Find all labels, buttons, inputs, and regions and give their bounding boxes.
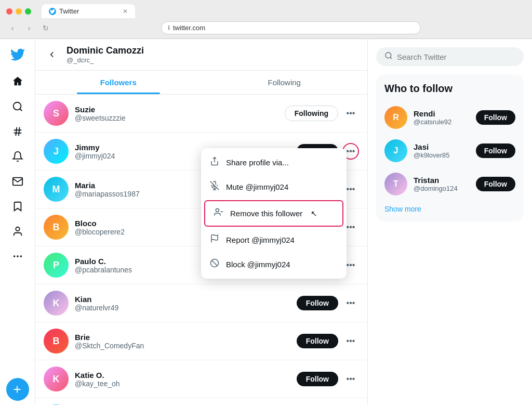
report-icon	[209, 234, 220, 246]
cursor-indicator: ↖	[311, 209, 317, 218]
avatar: S	[44, 101, 69, 126]
search-icon	[384, 51, 393, 62]
suggestion-item: J Jasi @k9lover85 Follow	[384, 134, 515, 167]
sidebar-item-compose[interactable]	[6, 378, 29, 401]
context-menu-item-block[interactable]: Block @jimmyj024	[201, 252, 347, 277]
follower-info: Kian @naturelvr49	[75, 295, 297, 312]
sidebar-item-home[interactable]	[6, 70, 29, 93]
follow-button[interactable]: Follow	[297, 296, 338, 310]
suggestion-name: Tristan	[414, 176, 470, 185]
mute-icon	[209, 181, 220, 193]
follower-info: Brie @Sktch_ComedyFan	[75, 333, 297, 350]
sidebar-item-messages[interactable]	[6, 170, 29, 193]
back-button[interactable]	[44, 46, 60, 63]
follower-handle: @kay_tee_oh	[75, 380, 297, 388]
profile-name: Dominic Camozzi	[66, 45, 144, 56]
more-options-button[interactable]: •••	[342, 371, 359, 387]
context-menu-item-share[interactable]: Share profile via...	[201, 150, 347, 175]
avatar: B	[44, 329, 69, 354]
svg-line-17	[212, 260, 218, 266]
avatar: K	[44, 367, 69, 391]
browser-tab[interactable]: Twitter ✕	[42, 4, 135, 18]
avatar: J	[44, 139, 69, 164]
who-to-follow-panel: Who to follow R Rendi @catsrule92 Follow…	[376, 74, 524, 221]
twitter-logo[interactable]	[6, 43, 29, 66]
avatar: M	[44, 177, 69, 202]
tabs: Followers Following	[35, 71, 367, 95]
more-options-button[interactable]: •••	[342, 105, 359, 122]
follower-actions: Follow •••	[297, 333, 359, 349]
svg-point-13	[216, 208, 219, 212]
suggestion-avatar: R	[384, 106, 407, 129]
mute-label: Mute @jimmyj024	[226, 182, 288, 191]
sidebar-item-explore[interactable]	[6, 95, 29, 118]
url-text: twitter.com	[173, 24, 205, 32]
tab-title: Twitter	[59, 7, 119, 15]
svg-point-5	[16, 227, 19, 231]
suggestion-item: T Tristan @domingo124 Follow	[384, 167, 515, 201]
following-button[interactable]: Following	[285, 106, 338, 121]
sidebar-item-profile[interactable]	[6, 220, 29, 243]
context-menu-item-report[interactable]: Report @jimmyj024	[201, 228, 347, 252]
url-bar[interactable]: ℹ twitter.com	[161, 21, 421, 34]
more-options-button[interactable]: •••	[342, 333, 359, 349]
refresh-button[interactable]: ↻	[39, 22, 52, 34]
panel-header: Dominic Camozzi @_dcrc_	[35, 39, 367, 71]
svg-line-4	[18, 127, 19, 136]
list-item: K Katie O. @kay_tee_oh Follow •••	[35, 360, 367, 398]
follow-suggestion-button[interactable]: Follow	[476, 110, 515, 125]
search-input[interactable]	[397, 53, 515, 61]
list-item: S Suzie @sweetsuzzzie Following •••	[35, 95, 367, 133]
follower-actions: Follow •••	[297, 371, 359, 387]
back-button[interactable]: ‹	[6, 22, 19, 34]
follower-info: Katie O. @kay_tee_oh	[75, 371, 297, 388]
more-options-button[interactable]: •••	[342, 295, 359, 311]
tab-followers[interactable]: Followers	[35, 71, 202, 94]
sidebar-item-notifications[interactable]	[6, 145, 29, 168]
tab-favicon	[49, 8, 56, 15]
list-item: B Bert @rodrisurfer Follow •••	[35, 398, 367, 405]
list-item: B Brie @Sktch_ComedyFan Follow •••	[35, 322, 367, 360]
left-sidebar	[0, 39, 35, 405]
sidebar-item-bookmarks[interactable]	[6, 195, 29, 218]
follower-name: Brie	[75, 333, 297, 342]
suggestion-avatar: J	[384, 139, 407, 162]
follower-name: Suzie	[75, 105, 285, 114]
suggestion-handle: @domingo124	[414, 185, 470, 192]
suggestion-name: Rendi	[414, 109, 470, 118]
tab-close-button[interactable]: ✕	[123, 8, 128, 15]
context-menu-item-mute[interactable]: Mute @jimmyj024	[201, 175, 347, 199]
follow-button[interactable]: Follow	[297, 372, 338, 386]
traffic-lights	[6, 8, 31, 15]
block-icon	[209, 258, 220, 270]
followers-panel: Dominic Camozzi @_dcrc_ Followers Follow…	[35, 39, 368, 405]
sidebar-item-more[interactable]	[6, 245, 29, 268]
close-traffic-light[interactable]	[6, 8, 12, 15]
remove-follower-label: Remove this follower	[230, 209, 302, 218]
tab-following[interactable]: Following	[202, 71, 368, 94]
follower-name: Kian	[75, 295, 297, 304]
context-menu-item-remove[interactable]: Remove this follower ↖	[204, 200, 343, 227]
profile-handle: @_dcrc_	[66, 56, 144, 64]
context-menu: Share profile via... Mute @jimmyj024 Rem…	[201, 148, 347, 279]
suggestion-handle: @catsrule92	[414, 118, 470, 126]
suggestion-info: Jasi @k9lover85	[414, 142, 470, 159]
share-label: Share profile via...	[226, 158, 289, 167]
block-label: Block @jimmyj024	[226, 260, 290, 269]
show-more-link[interactable]: Show more	[384, 205, 515, 213]
follow-button[interactable]: Follow	[297, 334, 338, 348]
sidebar-item-hashtag[interactable]	[6, 120, 29, 143]
minimize-traffic-light[interactable]	[16, 8, 22, 15]
svg-point-0	[13, 102, 21, 110]
maximize-traffic-light[interactable]	[25, 8, 31, 15]
forward-button[interactable]: ›	[23, 22, 35, 34]
svg-point-7	[17, 255, 19, 257]
who-to-follow-title: Who to follow	[384, 83, 515, 95]
report-label: Report @jimmyj024	[226, 236, 295, 244]
follower-info: Suzie @sweetsuzzzie	[75, 105, 285, 122]
follow-suggestion-button[interactable]: Follow	[476, 177, 515, 191]
avatar: K	[44, 291, 69, 316]
follow-suggestion-button[interactable]: Follow	[476, 143, 515, 158]
search-box[interactable]	[376, 47, 524, 66]
browser-chrome: Twitter ✕ ‹ › ↻ ℹ twitter.com	[0, 0, 532, 39]
